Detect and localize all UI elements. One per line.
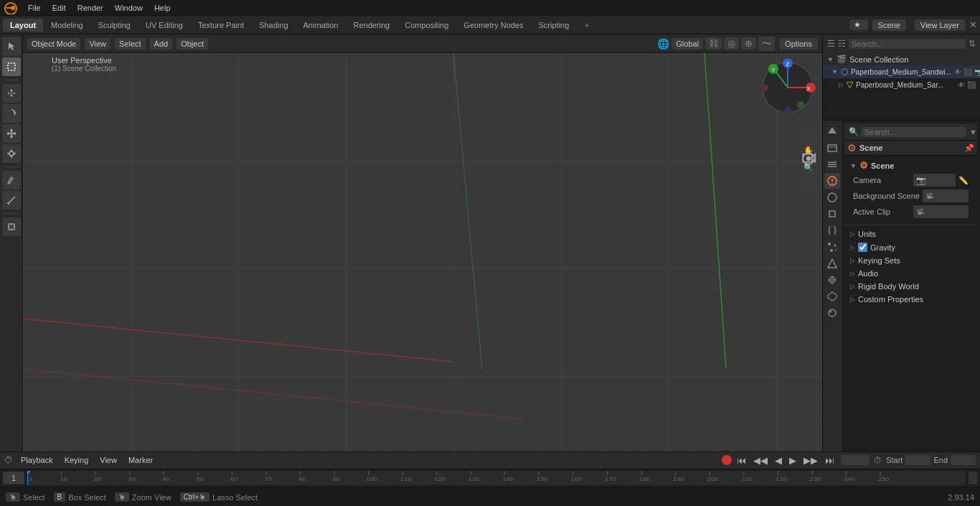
props-icon-output[interactable] [824, 140, 840, 156]
tl-menu-marker[interactable]: Marker [125, 455, 156, 465]
tab-sculpting[interactable]: Sculpting [91, 19, 138, 32]
tab-animation[interactable]: Animation [296, 19, 346, 32]
viewport-canvas[interactable]: X Y Z ✋ 🔍 [23, 53, 822, 451]
tl-menu-keying[interactable]: Keying [61, 455, 93, 465]
viewport-view-menu[interactable]: View [85, 38, 110, 50]
outliner-item-0[interactable]: ▼ ⬡ Paperboard_Medium_Sandwi... 👁 ⬛ 📷 [823, 65, 980, 78]
props-filter-icon[interactable]: ▼ [969, 128, 977, 136]
menu-window[interactable]: Window [110, 2, 148, 14]
camera-field[interactable]: 📷 [913, 174, 956, 187]
camera-gizmo[interactable]: X Y Z [759, 59, 816, 116]
scene-panel-pin[interactable]: 📌 [964, 144, 974, 153]
prev-frame-button[interactable]: ◀ [773, 454, 784, 467]
props-icon-object-data[interactable] [824, 289, 840, 304]
tab-rendering[interactable]: Rendering [346, 19, 397, 32]
scene-sub-header[interactable]: ▼ ⚙ Scene [847, 159, 974, 172]
viewport-options-btn[interactable]: Options [779, 38, 818, 50]
tab-texture-paint[interactable]: Texture Paint [191, 19, 251, 32]
custom-properties-row[interactable]: ▷ Custom Properties [844, 293, 977, 306]
filter-icon[interactable]: ☷ [838, 39, 846, 49]
tab-scripting[interactable]: Scripting [532, 19, 577, 32]
end-frame-input[interactable]: 250 [951, 455, 976, 465]
tab-uv-editing[interactable]: UV Editing [138, 19, 190, 32]
rigid-body-world-row[interactable]: ▷ Rigid Body World [844, 280, 977, 293]
tool-scale[interactable] [2, 124, 21, 143]
record-button[interactable] [722, 455, 732, 465]
proportional-edit[interactable]: ◎ [724, 37, 739, 50]
step-back-button[interactable]: ◀◀ [751, 454, 770, 467]
props-icon-scene[interactable] [824, 173, 840, 189]
tab-shading[interactable]: Shading [252, 19, 295, 32]
gravity-checkbox[interactable] [858, 243, 867, 252]
viewport-add-menu[interactable]: Add [150, 38, 173, 50]
props-icon-material[interactable] [824, 305, 840, 321]
active-clip-field[interactable]: 📽 [913, 205, 969, 218]
background-scene-field[interactable]: 📽 [923, 189, 969, 202]
units-row[interactable]: ▷ Units [844, 228, 977, 240]
props-icon-object[interactable] [824, 206, 840, 222]
outliner-search[interactable] [849, 39, 966, 49]
item-restrict-viewport-1[interactable]: ⬛ [967, 81, 976, 89]
nav-render-preview[interactable] [801, 177, 816, 192]
props-icon-constraints[interactable] [824, 272, 840, 288]
item-expand-0[interactable]: ▼ [831, 68, 838, 75]
tool-add-cube[interactable] [2, 217, 21, 236]
graph-icon[interactable]: 〜 [758, 37, 775, 51]
item-restrict-view-1[interactable]: 👁 [958, 81, 965, 89]
tool-transform[interactable] [2, 144, 21, 163]
props-icon-view-layer[interactable] [824, 156, 840, 172]
transform-orientation-icon[interactable]: 🌐 [657, 38, 669, 50]
timeline-scroll-end[interactable] [969, 472, 977, 484]
scene-selector[interactable]: Scene [872, 19, 906, 31]
skip-end-button[interactable]: ⏭ [823, 454, 837, 467]
tab-modeling[interactable]: Modeling [44, 19, 90, 32]
tab-compositing[interactable]: Compositing [397, 19, 456, 32]
tool-measure[interactable] [2, 191, 21, 210]
tl-menu-playback[interactable]: Playback [17, 455, 57, 465]
props-icon-world[interactable] [824, 189, 840, 205]
menu-render[interactable]: Render [72, 2, 108, 14]
tool-cursor[interactable] [2, 37, 21, 56]
viewport-select-menu[interactable]: Select [115, 38, 146, 50]
viewport[interactable]: Object Mode View Select Add Object 🌐 Glo… [23, 34, 822, 451]
item-restrict-viewport[interactable]: ⬛ [963, 68, 972, 76]
sort-icon[interactable]: ⇅ [969, 39, 976, 49]
props-icon-particles[interactable] [824, 239, 840, 255]
tab-geometry-nodes[interactable]: Geometry Nodes [456, 19, 530, 32]
object-mode-select[interactable]: Object Mode [27, 38, 80, 50]
start-frame-input[interactable]: 1 [905, 455, 930, 465]
play-button[interactable]: ▶ [787, 454, 798, 467]
tool-move[interactable] [2, 84, 21, 103]
props-icon-render[interactable] [824, 123, 840, 139]
skip-start-button[interactable]: ⏮ [735, 454, 748, 467]
transform-orientation[interactable]: Global [672, 38, 703, 50]
menu-file[interactable]: File [23, 2, 46, 14]
item-expand-1[interactable]: ▷ [839, 81, 844, 88]
item-restrict-render[interactable]: 📷 [974, 68, 980, 76]
tool-annotate[interactable] [2, 171, 21, 189]
tab-layout[interactable]: Layout [3, 19, 43, 32]
tool-select[interactable] [2, 57, 21, 76]
props-search-input[interactable] [862, 127, 966, 137]
next-frame-button[interactable]: ▶▶ [801, 454, 820, 467]
props-icon-physics[interactable] [824, 256, 840, 271]
audio-row[interactable]: ▷ Audio [844, 267, 977, 280]
current-frame-input[interactable]: 1 [841, 455, 870, 465]
collection-expand[interactable]: ▼ [827, 56, 834, 63]
item-restrict-view[interactable]: 👁 [954, 68, 961, 76]
viewport-object-menu[interactable]: Object [176, 38, 208, 50]
menu-edit[interactable]: Edit [47, 2, 71, 14]
outliner-item-1[interactable]: ▷ ▽ Paperboard_Medium_Sar... 👁 ⬛ [823, 78, 980, 91]
tool-rotate[interactable] [2, 104, 21, 123]
timeline-ruler[interactable]: 1 10 20 30 40 50 60 70 80 90 1 [27, 471, 966, 485]
pivot-point[interactable]: ⊕ [741, 37, 756, 50]
tl-menu-view[interactable]: View [96, 455, 121, 465]
keying-sets-row[interactable]: ▷ Keying Sets [844, 254, 977, 267]
view-layer-selector[interactable]: View Layer [915, 19, 965, 31]
gravity-row[interactable]: ▷ Gravity [844, 240, 977, 254]
fps-display[interactable]: ⏱ [874, 456, 882, 464]
menu-help[interactable]: Help [149, 2, 176, 14]
render-engine-selector[interactable]: ★ [849, 19, 868, 30]
window-close-icon[interactable]: ✕ [969, 19, 977, 30]
camera-edit-icon[interactable]: ✏️ [958, 176, 969, 185]
